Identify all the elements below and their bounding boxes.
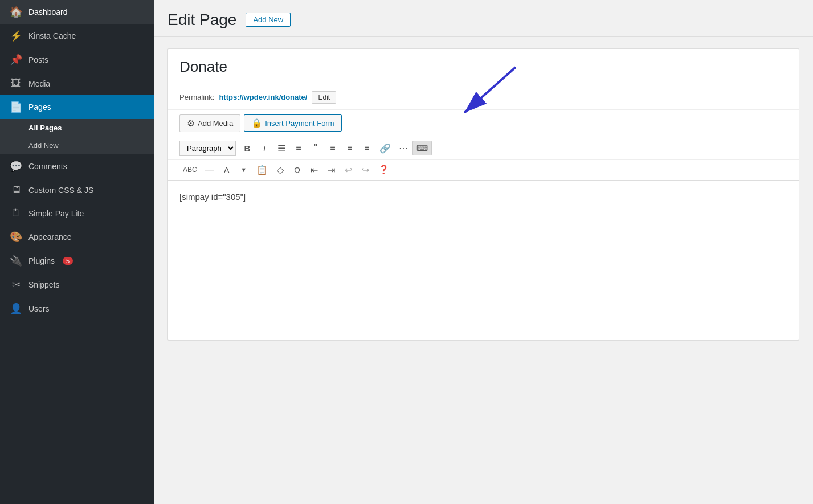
dashboard-icon: 🏠: [9, 6, 23, 18]
sidebar-item-users[interactable]: 👤 Users: [0, 297, 154, 321]
unordered-list-button[interactable]: ☰: [273, 141, 289, 156]
sidebar-item-label: Plugins: [28, 256, 55, 265]
appearance-icon: 🎨: [9, 231, 23, 243]
align-right-button[interactable]: ≡: [359, 141, 375, 155]
sidebar-item-label: Comments: [28, 162, 67, 171]
simpay-icon: 🗒: [9, 207, 23, 219]
insert-payment-label: Insert Payment Form: [265, 119, 334, 128]
keyboard-shortcuts-button[interactable]: ⌨: [412, 141, 432, 155]
blockquote-button[interactable]: ": [308, 141, 324, 155]
sidebar-item-posts[interactable]: 📌 Posts: [0, 48, 154, 72]
bold-button[interactable]: B: [239, 141, 255, 155]
format-toolbar: Paragraph Heading 1 Heading 2 Heading 3 …: [168, 137, 799, 160]
permalink-bar: Permalink: https://wpdev.ink/donate/ Edi…: [168, 85, 799, 110]
snippets-icon: ✂: [9, 278, 23, 291]
permalink-edit-button[interactable]: Edit: [312, 91, 336, 104]
italic-button[interactable]: I: [256, 141, 272, 155]
more-button[interactable]: ⋯: [395, 141, 411, 156]
add-media-icon: ⚙: [187, 118, 195, 129]
content-area: Permalink: https://wpdev.ink/donate/ Edi…: [154, 37, 813, 504]
clear-format-button[interactable]: ◇: [272, 162, 288, 178]
page-title: Edit Page: [167, 10, 236, 30]
undo-button[interactable]: ↩: [341, 162, 357, 178]
sidebar-item-simple-pay-lite[interactable]: 🗒 Simple Pay Lite: [0, 202, 154, 225]
sidebar-item-label: Simple Pay Lite: [28, 209, 84, 218]
sidebar-item-label: Dashboard: [28, 7, 68, 17]
sidebar-item-add-new[interactable]: Add New: [0, 137, 154, 154]
sidebar-item-label: Kinsta Cache: [28, 31, 76, 40]
sidebar-item-snippets[interactable]: ✂ Snippets: [0, 273, 154, 297]
posts-icon: 📌: [9, 54, 23, 66]
sidebar-item-label: Media: [28, 79, 50, 88]
sidebar-item-kinsta-cache[interactable]: ⚡ Kinsta Cache: [0, 24, 154, 48]
editor-wrap: Permalink: https://wpdev.ink/donate/ Edi…: [167, 48, 799, 341]
ordered-list-button[interactable]: ≡: [291, 141, 307, 155]
hr-button[interactable]: —: [202, 162, 218, 177]
media-icon: 🖼: [9, 77, 23, 89]
indent-button[interactable]: ⇥: [324, 162, 340, 178]
text-color-button[interactable]: A: [219, 163, 235, 177]
permalink-label: Permalink:: [179, 93, 214, 101]
custom-css-icon: 🖥: [9, 184, 23, 196]
users-icon: 👤: [9, 302, 23, 315]
add-media-button[interactable]: ⚙ Add Media: [179, 114, 240, 132]
post-title-input[interactable]: [179, 58, 787, 76]
sidebar-item-custom-css-js[interactable]: 🖥 Custom CSS & JS: [0, 178, 154, 202]
plugins-badge: 5: [63, 257, 73, 265]
pages-submenu: All Pages Add New: [0, 119, 154, 154]
post-title-area: [168, 49, 799, 85]
outdent-button[interactable]: ⇤: [307, 162, 322, 178]
sidebar-item-label: Snippets: [28, 280, 59, 289]
sidebar: 🏠 Dashboard ⚡ Kinsta Cache 📌 Posts 🖼 Med…: [0, 0, 154, 504]
permalink-link[interactable]: https://wpdev.ink/donate/: [219, 93, 307, 101]
align-center-button[interactable]: ≡: [342, 141, 358, 155]
sidebar-item-comments[interactable]: 💬 Comments: [0, 154, 154, 178]
add-new-button[interactable]: Add New: [246, 13, 291, 27]
plugins-icon: 🔌: [9, 255, 23, 267]
paste-text-button[interactable]: 📋: [253, 162, 271, 178]
editor-content[interactable]: [simpay id="305"]: [168, 181, 799, 340]
kinsta-icon: ⚡: [9, 30, 23, 42]
main-content: Edit Page Add New Permalink: https://wpd…: [154, 0, 813, 504]
special-char-button[interactable]: Ω: [289, 163, 305, 177]
format-toolbar2: ABC — A ▼ 📋 ◇ Ω ⇤ ⇥ ↩ ↪ ❓: [168, 160, 799, 181]
page-header: Edit Page Add New: [154, 0, 813, 37]
pages-icon: 📄: [9, 101, 23, 113]
sidebar-item-label: Pages: [28, 103, 51, 112]
redo-button[interactable]: ↪: [358, 162, 374, 178]
insert-payment-button[interactable]: 🔒 Insert Payment Form: [244, 114, 341, 132]
sidebar-item-dashboard[interactable]: 🏠 Dashboard: [0, 0, 154, 24]
sidebar-item-label: Users: [28, 304, 50, 313]
shortcode-content: [simpay id="305"]: [179, 192, 246, 202]
text-color-dropdown[interactable]: ▼: [236, 164, 252, 175]
sidebar-item-media[interactable]: 🖼 Media: [0, 72, 154, 95]
sidebar-item-pages[interactable]: 📄 Pages: [0, 95, 154, 119]
add-media-label: Add Media: [198, 119, 233, 128]
sidebar-item-plugins[interactable]: 🔌 Plugins 5: [0, 249, 154, 273]
help-button[interactable]: ❓: [375, 162, 393, 177]
sidebar-item-label: Posts: [28, 55, 48, 64]
sidebar-item-appearance[interactable]: 🎨 Appearance: [0, 225, 154, 249]
toolbar-row1: ⚙ Add Media 🔒 Insert Payment Form: [168, 110, 799, 137]
sidebar-item-label: Appearance: [28, 232, 72, 241]
format-select[interactable]: Paragraph Heading 1 Heading 2 Heading 3: [179, 141, 236, 156]
link-button[interactable]: 🔗: [376, 141, 394, 156]
sidebar-item-all-pages[interactable]: All Pages: [0, 119, 154, 137]
strikethrough-button[interactable]: ABC: [179, 163, 201, 176]
comments-icon: 💬: [9, 160, 23, 173]
sidebar-item-label: Custom CSS & JS: [28, 186, 93, 195]
insert-payment-icon: 🔒: [251, 118, 262, 128]
align-left-button[interactable]: ≡: [325, 141, 341, 155]
